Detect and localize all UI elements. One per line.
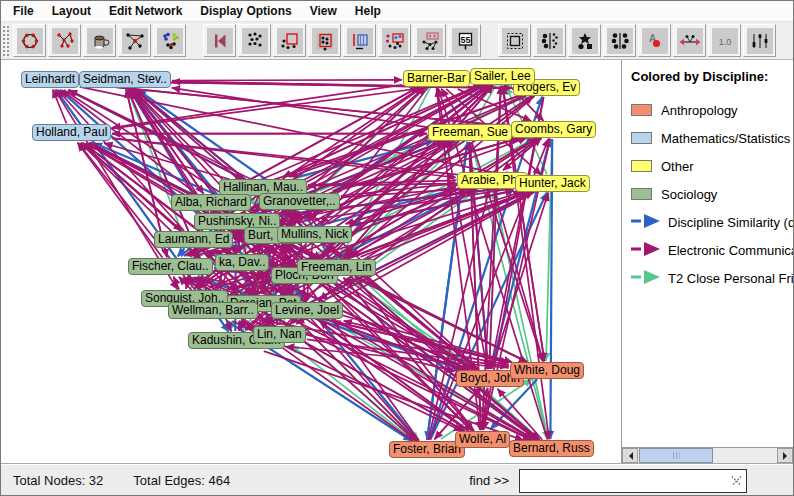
toolbar-drag-grip[interactable] <box>2 25 10 57</box>
node-label[interactable]: Mullins, Nick <box>277 226 352 243</box>
node-label[interactable]: Hunter, Jack <box>515 175 590 192</box>
legend-item: T2 Close Personal Friend <box>631 264 793 292</box>
find-input[interactable] <box>519 469 747 493</box>
legend-item-label: Anthropology <box>661 103 738 118</box>
node-label[interactable]: Fischer, Clau.. <box>128 258 213 275</box>
tree-layout-button[interactable] <box>48 24 81 57</box>
node-label[interactable]: Laumann, Ed <box>154 231 233 248</box>
total-nodes-text: Total Nodes: 32 <box>13 473 103 488</box>
zoom-window-button[interactable] <box>273 24 306 57</box>
svg-text:1.0: 1.0 <box>718 36 731 46</box>
node-label[interactable]: Barner-Bar <box>403 70 470 87</box>
select-region-button[interactable] <box>378 24 411 57</box>
node-label[interactable]: ka, Dav.. <box>215 254 269 271</box>
node-label[interactable]: White, Doug <box>510 362 584 379</box>
find-label: find >> <box>469 473 509 488</box>
label-a-icon: A <box>642 28 668 54</box>
cluster-colors-icon <box>157 28 183 54</box>
toolbar-group <box>13 24 188 57</box>
zoom-selection-icon <box>312 28 338 54</box>
label-55-icon: 55 <box>452 28 478 54</box>
menu-file[interactable]: File <box>4 2 43 20</box>
node-scatter-button[interactable] <box>238 24 271 57</box>
legend-item: Discipline Similarity (deriv <box>631 208 793 236</box>
select-region-icon <box>382 28 408 54</box>
menu-view[interactable]: View <box>301 2 346 20</box>
node-label[interactable]: Leinhardt <box>21 71 79 88</box>
label-a-button[interactable]: A <box>638 24 671 57</box>
dashed-select-button[interactable] <box>498 24 531 57</box>
scroll-right-button[interactable] <box>777 448 793 463</box>
network-edit-button[interactable] <box>413 24 446 57</box>
app-window: FileLayoutEdit NetworkDisplay OptionsVie… <box>0 0 794 496</box>
node-label[interactable]: Coombs, Gary <box>511 121 596 138</box>
split-sort-large-button[interactable] <box>603 24 636 57</box>
blue-arrow-icon <box>631 214 661 231</box>
timeline-bars-button[interactable] <box>743 24 776 57</box>
node-label[interactable]: Seidman, Stev.. <box>79 71 171 88</box>
node-label[interactable]: Freeman, Sue <box>428 124 512 141</box>
scrollbar-thumb[interactable] <box>639 448 713 463</box>
scrollbar-track[interactable] <box>638 448 777 463</box>
legend-item-label: Mathematics/Statistics <box>661 131 790 146</box>
menu-edit-network[interactable]: Edit Network <box>100 2 191 20</box>
network-edit-icon <box>417 28 443 54</box>
node-label[interactable]: Wellman, Barr.. <box>168 302 258 319</box>
split-sort-large-icon <box>607 28 633 54</box>
circle-layout-button[interactable] <box>13 24 46 57</box>
toolbar-group: 55 <box>203 24 483 57</box>
java-coffee-icon <box>87 28 113 54</box>
node-label[interactable]: Holland, Paul <box>32 124 111 141</box>
find-field-wrap <box>519 469 747 493</box>
content-area: LeinhardtSeidman, Stev..Holland, PaulBar… <box>1 60 793 463</box>
node-label[interactable]: Wolfe, Al <box>455 431 510 448</box>
split-sort-icon <box>537 28 563 54</box>
node-label[interactable]: Foster, Brian <box>389 441 465 458</box>
node-label[interactable]: Alba, Richard <box>171 194 251 211</box>
spring-layout-button[interactable] <box>118 24 151 57</box>
timeline-bars-icon <box>747 28 773 54</box>
node-label[interactable]: Granovetter,.. <box>259 193 340 210</box>
java-coffee-button[interactable] <box>83 24 116 57</box>
clear-find-icon[interactable] <box>730 474 743 487</box>
histogram-view-button[interactable] <box>343 24 376 57</box>
node-label[interactable]: Freeman, Lin <box>297 259 376 276</box>
legend-h-scrollbar <box>622 447 793 463</box>
total-edges-text: Total Edges: 464 <box>133 473 230 488</box>
shape-select-button[interactable] <box>568 24 601 57</box>
legend-item: Anthropology <box>631 96 793 124</box>
label-55-button[interactable]: 55 <box>448 24 481 57</box>
split-sort-button[interactable] <box>533 24 566 57</box>
legend-item: Electronic Communication <box>631 236 793 264</box>
menu-display-options[interactable]: Display Options <box>191 2 300 20</box>
scale-one-icon: 1.0 <box>712 28 738 54</box>
toolbar-group: A1.0 <box>498 24 778 57</box>
zoom-window-icon <box>277 28 303 54</box>
node-scatter-icon <box>242 28 268 54</box>
node-label[interactable]: Lin, Nan <box>253 326 306 343</box>
node-label[interactable]: Bernard, Russ <box>509 440 594 457</box>
node-label[interactable]: Sailer, Lee <box>470 68 535 85</box>
edge-span-button[interactable] <box>673 24 706 57</box>
zoom-selection-button[interactable] <box>308 24 341 57</box>
scale-one-button[interactable]: 1.0 <box>708 24 741 57</box>
other-swatch <box>631 160 652 172</box>
network-canvas[interactable]: LeinhardtSeidman, Stev..Holland, PaulBar… <box>1 60 621 463</box>
menu-layout[interactable]: Layout <box>43 2 100 20</box>
right-triangle-icon <box>783 452 791 460</box>
histogram-view-icon <box>347 28 373 54</box>
sociology-swatch <box>631 188 652 200</box>
scroll-left-button[interactable] <box>622 448 638 463</box>
menu-bar: FileLayoutEdit NetworkDisplay OptionsVie… <box>1 1 793 22</box>
legend-item: Mathematics/Statistics <box>631 124 793 152</box>
dashed-select-icon <box>502 28 528 54</box>
legend-item-label: Electronic Communication <box>668 243 793 258</box>
node-label[interactable]: Levine, Joel <box>271 302 343 319</box>
step-back-button[interactable] <box>203 24 236 57</box>
tree-layout-icon <box>52 28 78 54</box>
left-triangle-icon <box>625 452 633 460</box>
shape-select-icon <box>572 28 598 54</box>
cluster-colors-button[interactable] <box>153 24 186 57</box>
legend-item-label: T2 Close Personal Friend <box>668 271 793 286</box>
menu-help[interactable]: Help <box>346 2 390 20</box>
